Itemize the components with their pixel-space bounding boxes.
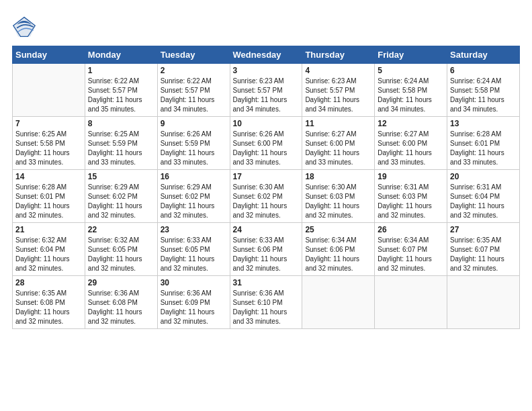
calendar-cell: 23Sunrise: 6:33 AM Sunset: 6:05 PM Dayli… [157, 223, 230, 276]
day-number: 10 [233, 119, 300, 128]
calendar-cell: 6Sunrise: 6:24 AM Sunset: 5:58 PM Daylig… [447, 64, 520, 117]
calendar-cell: 13Sunrise: 6:28 AM Sunset: 6:01 PM Dayli… [447, 117, 520, 170]
weekday-header-row: SundayMondayTuesdayWednesdayThursdayFrid… [13, 46, 520, 64]
day-number: 7 [15, 119, 82, 128]
svg-marker-0 [13, 17, 35, 37]
day-number: 19 [378, 172, 444, 181]
calendar-cell [13, 64, 85, 117]
calendar-cell: 25Sunrise: 6:34 AM Sunset: 6:06 PM Dayli… [302, 223, 375, 276]
calendar-cell: 14Sunrise: 6:28 AM Sunset: 6:01 PM Dayli… [13, 170, 85, 223]
calendar-cell: 26Sunrise: 6:34 AM Sunset: 6:07 PM Dayli… [375, 223, 447, 276]
day-number: 20 [450, 172, 517, 181]
calendar-cell: 5Sunrise: 6:24 AM Sunset: 5:58 PM Daylig… [375, 64, 447, 117]
day-number: 13 [450, 119, 517, 128]
day-info: Sunrise: 6:26 AM Sunset: 5:59 PM Dayligh… [161, 130, 227, 167]
weekday-header-monday: Monday [85, 46, 157, 64]
calendar-cell: 8Sunrise: 6:25 AM Sunset: 5:59 PM Daylig… [85, 117, 157, 170]
day-info: Sunrise: 6:26 AM Sunset: 6:00 PM Dayligh… [233, 130, 300, 167]
day-info: Sunrise: 6:28 AM Sunset: 6:01 PM Dayligh… [15, 183, 82, 220]
day-number: 14 [15, 172, 82, 181]
day-number: 15 [88, 172, 154, 181]
day-number: 2 [161, 66, 227, 75]
day-info: Sunrise: 6:23 AM Sunset: 5:57 PM Dayligh… [305, 77, 371, 114]
day-number: 21 [15, 225, 82, 234]
day-number: 27 [450, 225, 517, 234]
day-number: 31 [233, 278, 300, 287]
day-number: 16 [161, 172, 227, 181]
calendar-cell: 16Sunrise: 6:29 AM Sunset: 6:02 PM Dayli… [157, 170, 230, 223]
day-info: Sunrise: 6:23 AM Sunset: 5:57 PM Dayligh… [233, 77, 300, 114]
day-info: Sunrise: 6:30 AM Sunset: 6:02 PM Dayligh… [233, 183, 300, 220]
page: SundayMondayTuesdayWednesdayThursdayFrid… [0, 0, 532, 411]
day-info: Sunrise: 6:22 AM Sunset: 5:57 PM Dayligh… [161, 77, 227, 114]
calendar-cell: 18Sunrise: 6:30 AM Sunset: 6:03 PM Dayli… [302, 170, 375, 223]
day-info: Sunrise: 6:35 AM Sunset: 6:08 PM Dayligh… [15, 289, 82, 326]
weekday-header-wednesday: Wednesday [230, 46, 302, 64]
calendar-cell: 7Sunrise: 6:25 AM Sunset: 5:58 PM Daylig… [13, 117, 85, 170]
day-info: Sunrise: 6:24 AM Sunset: 5:58 PM Dayligh… [378, 77, 444, 114]
calendar-cell: 31Sunrise: 6:36 AM Sunset: 6:10 PM Dayli… [230, 276, 302, 329]
day-number: 24 [233, 225, 300, 234]
day-number: 30 [161, 278, 227, 287]
calendar-cell: 24Sunrise: 6:33 AM Sunset: 6:06 PM Dayli… [230, 223, 302, 276]
day-info: Sunrise: 6:36 AM Sunset: 6:09 PM Dayligh… [161, 289, 227, 326]
week-row-5: 28Sunrise: 6:35 AM Sunset: 6:08 PM Dayli… [13, 276, 520, 329]
day-number: 17 [233, 172, 300, 181]
header [12, 12, 520, 39]
calendar-cell: 28Sunrise: 6:35 AM Sunset: 6:08 PM Dayli… [13, 276, 85, 329]
calendar-cell: 17Sunrise: 6:30 AM Sunset: 6:02 PM Dayli… [230, 170, 302, 223]
day-number: 28 [15, 278, 82, 287]
day-info: Sunrise: 6:27 AM Sunset: 6:00 PM Dayligh… [305, 130, 371, 167]
calendar-cell [302, 276, 375, 329]
day-number: 5 [378, 66, 444, 75]
day-number: 4 [305, 66, 371, 75]
calendar-cell: 9Sunrise: 6:26 AM Sunset: 5:59 PM Daylig… [157, 117, 230, 170]
day-number: 18 [305, 172, 371, 181]
calendar: SundayMondayTuesdayWednesdayThursdayFrid… [12, 46, 520, 329]
day-info: Sunrise: 6:35 AM Sunset: 6:07 PM Dayligh… [450, 236, 517, 273]
day-info: Sunrise: 6:29 AM Sunset: 6:02 PM Dayligh… [88, 183, 154, 220]
day-info: Sunrise: 6:32 AM Sunset: 6:05 PM Dayligh… [88, 236, 154, 273]
day-info: Sunrise: 6:31 AM Sunset: 6:03 PM Dayligh… [378, 183, 444, 220]
calendar-cell: 10Sunrise: 6:26 AM Sunset: 6:00 PM Dayli… [230, 117, 302, 170]
logo [12, 15, 39, 39]
calendar-cell: 2Sunrise: 6:22 AM Sunset: 5:57 PM Daylig… [157, 64, 230, 117]
day-info: Sunrise: 6:25 AM Sunset: 5:58 PM Dayligh… [15, 130, 82, 167]
calendar-cell: 22Sunrise: 6:32 AM Sunset: 6:05 PM Dayli… [85, 223, 157, 276]
day-number: 22 [88, 225, 154, 234]
day-info: Sunrise: 6:34 AM Sunset: 6:07 PM Dayligh… [378, 236, 444, 273]
day-number: 23 [161, 225, 227, 234]
calendar-cell: 27Sunrise: 6:35 AM Sunset: 6:07 PM Dayli… [447, 223, 520, 276]
week-row-3: 14Sunrise: 6:28 AM Sunset: 6:01 PM Dayli… [13, 170, 520, 223]
calendar-cell: 15Sunrise: 6:29 AM Sunset: 6:02 PM Dayli… [85, 170, 157, 223]
day-info: Sunrise: 6:28 AM Sunset: 6:01 PM Dayligh… [450, 130, 517, 167]
day-info: Sunrise: 6:32 AM Sunset: 6:04 PM Dayligh… [15, 236, 82, 273]
day-number: 9 [161, 119, 227, 128]
weekday-header-saturday: Saturday [447, 46, 520, 64]
calendar-cell: 1Sunrise: 6:22 AM Sunset: 5:57 PM Daylig… [85, 64, 157, 117]
day-info: Sunrise: 6:31 AM Sunset: 6:04 PM Dayligh… [450, 183, 517, 220]
day-number: 29 [88, 278, 154, 287]
calendar-cell: 29Sunrise: 6:36 AM Sunset: 6:08 PM Dayli… [85, 276, 157, 329]
logo-icon [12, 15, 36, 39]
day-number: 8 [88, 119, 154, 128]
calendar-cell: 30Sunrise: 6:36 AM Sunset: 6:09 PM Dayli… [157, 276, 230, 329]
calendar-cell: 11Sunrise: 6:27 AM Sunset: 6:00 PM Dayli… [302, 117, 375, 170]
weekday-header-thursday: Thursday [302, 46, 375, 64]
day-number: 26 [378, 225, 444, 234]
weekday-header-tuesday: Tuesday [157, 46, 230, 64]
calendar-cell: 20Sunrise: 6:31 AM Sunset: 6:04 PM Dayli… [447, 170, 520, 223]
calendar-cell: 4Sunrise: 6:23 AM Sunset: 5:57 PM Daylig… [302, 64, 375, 117]
day-number: 1 [88, 66, 154, 75]
week-row-1: 1Sunrise: 6:22 AM Sunset: 5:57 PM Daylig… [13, 64, 520, 117]
calendar-cell [447, 276, 520, 329]
week-row-2: 7Sunrise: 6:25 AM Sunset: 5:58 PM Daylig… [13, 117, 520, 170]
day-info: Sunrise: 6:30 AM Sunset: 6:03 PM Dayligh… [305, 183, 371, 220]
calendar-cell: 12Sunrise: 6:27 AM Sunset: 6:00 PM Dayli… [375, 117, 447, 170]
calendar-cell: 3Sunrise: 6:23 AM Sunset: 5:57 PM Daylig… [230, 64, 302, 117]
calendar-cell: 19Sunrise: 6:31 AM Sunset: 6:03 PM Dayli… [375, 170, 447, 223]
weekday-header-sunday: Sunday [13, 46, 85, 64]
day-info: Sunrise: 6:22 AM Sunset: 5:57 PM Dayligh… [88, 77, 154, 114]
day-info: Sunrise: 6:25 AM Sunset: 5:59 PM Dayligh… [88, 130, 154, 167]
day-info: Sunrise: 6:34 AM Sunset: 6:06 PM Dayligh… [305, 236, 371, 273]
